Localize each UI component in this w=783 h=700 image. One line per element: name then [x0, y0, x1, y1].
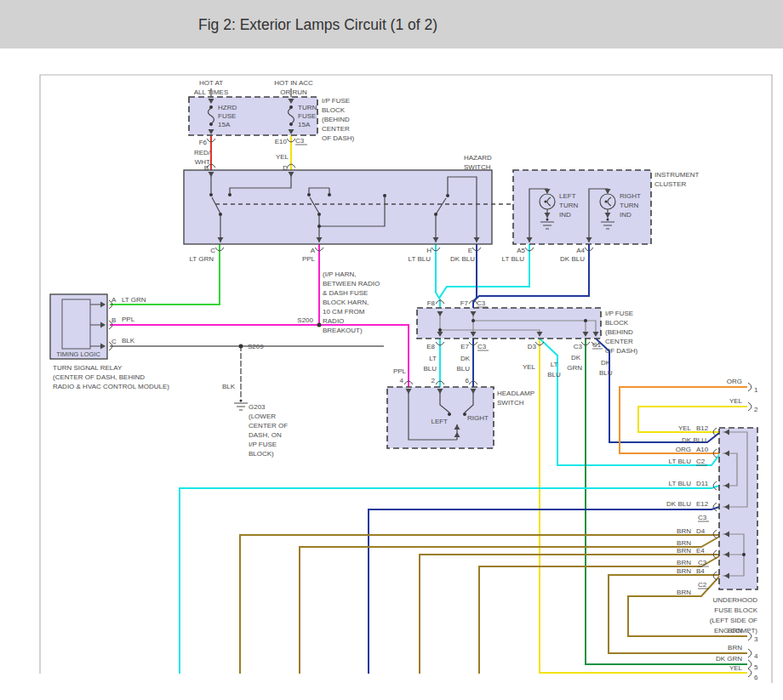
wire-label: DK: [601, 359, 611, 367]
feed-label: HOT IN ACC: [274, 79, 313, 87]
ground-caption: I/P FUSE: [249, 441, 277, 448]
wire-label: RED/: [194, 149, 211, 157]
terminal-label: D11: [696, 480, 709, 487]
wire-label: ORG: [676, 446, 691, 453]
instrument-cluster: INSTRUMENT CLUSTER LEFT TURN IND RIGHT T…: [502, 170, 700, 263]
fuse-label: HZRD: [218, 104, 237, 111]
wire-label: DK: [571, 354, 581, 361]
component-name: HEADLAMP: [497, 390, 534, 397]
component-name: CLUSTER: [654, 180, 687, 188]
block-name: OF DASH): [322, 134, 355, 142]
harness-note: 10 CM FROM: [323, 308, 365, 316]
wire-label: BRN: [728, 627, 742, 635]
diagram-border: [40, 75, 772, 683]
component-name: HAZARD: [464, 154, 492, 162]
wire-label: LT GRN: [122, 296, 146, 304]
pin-label: 3: [754, 635, 758, 643]
relay-logic-label: TIMING LOGIC: [56, 350, 100, 358]
harness-note: BETWEEN RADIO: [323, 280, 380, 287]
pin-label: 4: [400, 377, 404, 384]
wire-label: LT BLU: [502, 255, 525, 263]
indicator-label: TURN: [620, 202, 638, 209]
block-name: CENTER: [322, 125, 350, 133]
ground-caption: BLOCK): [249, 450, 274, 458]
switch-position-label: LEFT: [431, 418, 448, 425]
pin-label: 5: [754, 663, 758, 671]
wire-label: PPL: [302, 255, 316, 263]
terminal-label: F8: [427, 299, 436, 307]
wire-label: LT: [551, 361, 558, 368]
connector-label: C3: [698, 559, 707, 566]
wire-label: DK BLU: [450, 255, 475, 263]
fuse-label: FUSE: [218, 112, 236, 120]
block-name: I/P FUSE: [605, 310, 633, 317]
wire-label: ORG: [727, 378, 742, 385]
relay-inner-box: [62, 299, 90, 349]
connector-label: C3: [295, 137, 305, 145]
harness-note: & DASH FUSE: [323, 289, 368, 297]
block-name: (BEHIND: [322, 116, 350, 123]
terminal-label: A4: [576, 247, 585, 254]
relay-caption: (CENTER OF DASH, BEHIND: [53, 373, 145, 381]
connector-label: C2: [698, 581, 707, 589]
wire-label: PPL: [393, 367, 407, 375]
wire-label: YEL: [523, 363, 536, 371]
underhood-fuse-block-box: [719, 428, 757, 589]
wire-label: YEL: [678, 424, 692, 432]
splice-label: S209: [248, 343, 264, 350]
wire-label: BLK: [222, 383, 236, 390]
terminal-label: E4: [696, 547, 705, 555]
splice-label: S200: [297, 316, 313, 324]
terminal-label: F6: [199, 139, 208, 146]
harness-note: BLOCK HARN,: [323, 299, 369, 306]
harness-note: BREAKOUT): [323, 327, 363, 334]
pin-label: 1: [754, 386, 758, 394]
terminal-label: H: [426, 247, 432, 254]
component-name: SWITCH: [497, 399, 524, 407]
terminal-label: C3: [574, 343, 583, 350]
terminal-label: E12: [696, 500, 709, 508]
indicator-label: IND: [620, 211, 632, 219]
wire-label: LT GRN: [189, 255, 214, 263]
block-name: CENTER: [605, 338, 633, 345]
block-name: BLOCK: [322, 106, 346, 114]
wire-label: YEL: [276, 153, 289, 161]
terminal-label: E: [468, 247, 472, 254]
wire-label: DK BLU: [666, 500, 691, 508]
block-name: BLOCK: [605, 319, 629, 327]
terminal-label: F7: [460, 299, 469, 307]
block-caption: FUSE BLOCK: [714, 606, 757, 614]
fuse-label: TURN: [298, 104, 317, 111]
ground-caption: CENTER OF: [249, 422, 288, 430]
terminal-label: A5: [517, 247, 525, 254]
splice-s209: [239, 344, 243, 349]
block-caption: UNDERHOOD: [713, 596, 758, 604]
hazard-switch-box: [184, 170, 492, 244]
wire-label: DK: [460, 355, 471, 362]
feed-label: HOT AT: [199, 79, 223, 87]
block-name: (BEHIND: [605, 328, 633, 336]
wire-label: BRN: [677, 567, 691, 575]
component-name: INSTRUMENT: [654, 171, 700, 179]
fuse-label: 15A: [298, 121, 311, 128]
splice-s200: [317, 323, 322, 327]
wire-label: YEL: [729, 664, 743, 672]
terminal-label: E8: [426, 343, 435, 350]
terminal-label: A10: [696, 446, 709, 453]
wire-label: BLU: [456, 365, 470, 373]
fuse-label: 15A: [218, 121, 231, 128]
block-caption: (LEFT SIDE OF: [710, 617, 757, 624]
indicator-label: LEFT: [559, 192, 576, 200]
feed-label: ALL TIMES: [194, 88, 228, 96]
ip-fuse-block-top: HOT AT ALL TIMES HOT IN ACC OR RUN HZRD …: [189, 79, 355, 172]
connector-label: C3: [698, 514, 707, 521]
terminal-label: B: [111, 316, 116, 324]
wire-label: LT: [429, 355, 437, 362]
terminal-label: C: [111, 338, 117, 345]
terminal-label: B4: [696, 567, 705, 575]
wire-label: DK BLU: [682, 436, 706, 444]
wire-label: LT BLU: [669, 480, 692, 487]
wire-label: BRN: [677, 589, 691, 596]
wire-label: BRN: [677, 527, 691, 535]
relay-caption: TURN SIGNAL RELAY: [53, 364, 123, 372]
